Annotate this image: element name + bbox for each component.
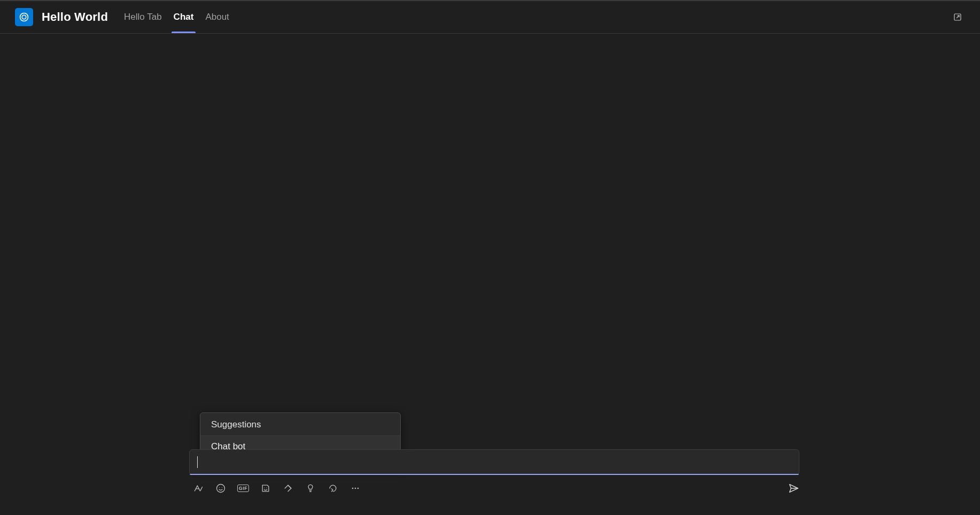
loop-icon[interactable] <box>327 482 339 494</box>
svg-point-9 <box>355 488 356 489</box>
app-logo <box>15 8 33 26</box>
popout-icon[interactable] <box>949 9 966 26</box>
message-input[interactable] <box>199 457 791 467</box>
app-title: Hello World <box>42 10 108 24</box>
text-cursor <box>197 456 198 468</box>
svg-point-5 <box>222 487 222 488</box>
compose-toolbar: GIF <box>189 482 799 494</box>
chat-area: Suggestions Chat bot Allows users to cha… <box>0 34 980 515</box>
svg-point-1 <box>22 15 26 19</box>
emoji-icon[interactable] <box>215 482 227 494</box>
svg-point-3 <box>217 485 225 493</box>
extension-icon[interactable] <box>282 482 294 494</box>
compose-region: Suggestions Chat bot Allows users to cha… <box>189 449 799 494</box>
bulb-icon[interactable] <box>305 482 316 494</box>
compose-focus-underline <box>190 474 799 475</box>
tab-chat[interactable]: Chat <box>169 1 198 33</box>
svg-point-4 <box>219 487 220 488</box>
suggestions-header: Suggestions <box>200 413 400 436</box>
tab-about[interactable]: About <box>201 1 233 33</box>
svg-point-8 <box>352 488 354 489</box>
format-icon[interactable] <box>192 482 204 494</box>
svg-point-10 <box>357 488 359 489</box>
tab-bar: Hello Tab Chat About <box>120 1 237 33</box>
message-compose-box[interactable] <box>189 449 799 475</box>
svg-point-0 <box>20 13 28 21</box>
tab-hello-tab[interactable]: Hello Tab <box>120 1 166 33</box>
app-header: Hello World Hello Tab Chat About <box>0 1 980 34</box>
sticker-icon[interactable] <box>260 482 271 494</box>
svg-point-6 <box>264 488 265 488</box>
gif-icon[interactable]: GIF <box>237 482 249 494</box>
svg-point-7 <box>266 488 267 488</box>
send-button[interactable] <box>788 482 799 494</box>
more-icon[interactable] <box>349 482 361 494</box>
